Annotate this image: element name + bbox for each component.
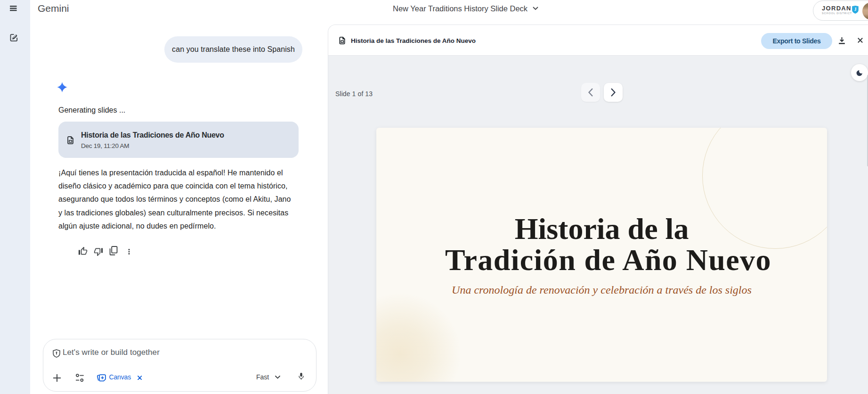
svg-text:J: J xyxy=(854,7,857,12)
